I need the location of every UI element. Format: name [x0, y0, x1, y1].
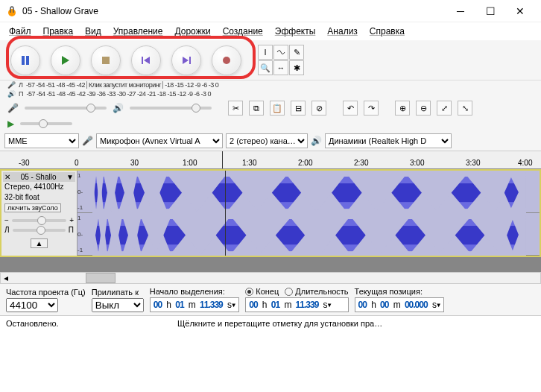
track-format-2: 32-bit float	[3, 192, 75, 203]
play-speed-icon[interactable]: ▶	[7, 118, 14, 129]
menu-help[interactable]: Справка	[365, 24, 409, 39]
snap-to-select[interactable]: Выкл	[92, 298, 144, 312]
svg-rect-2	[26, 56, 29, 65]
svg-rect-4	[102, 57, 110, 64]
scroll-left-icon[interactable]: ◂	[1, 273, 11, 283]
playhead[interactable]	[222, 151, 223, 168]
redo-icon[interactable]: ↷	[364, 101, 379, 116]
skip-end-button[interactable]	[171, 45, 201, 75]
meter-r-label: П	[19, 90, 23, 98]
recording-volume-slider[interactable]	[25, 107, 107, 110]
cut-icon[interactable]: ✂	[228, 101, 243, 116]
waveform-right	[92, 215, 526, 256]
play-button[interactable]	[51, 45, 80, 75]
stop-button[interactable]	[91, 45, 121, 75]
svg-rect-5	[142, 57, 143, 64]
copy-icon[interactable]: ⧉	[249, 101, 264, 116]
meter-l-label: Л	[19, 81, 23, 89]
track-expand-icon[interactable]: ▲	[31, 238, 48, 248]
horizontal-scrollbar[interactable]: ◂	[0, 272, 541, 284]
speaker-icon: 🔊	[113, 103, 124, 113]
draw-tool-icon[interactable]: ✎	[289, 45, 304, 60]
window-title: 05 - Shallow Grave	[22, 6, 446, 16]
mic-device-icon: 🎤	[82, 136, 93, 146]
svg-point-9	[223, 57, 230, 64]
zoom-in-icon[interactable]: ⊕	[395, 101, 410, 116]
pause-button[interactable]	[10, 45, 40, 75]
timeshift-tool-icon[interactable]: ↔	[273, 60, 288, 75]
edit-tools: I ✎ 🔍 ↔ ✱	[258, 45, 304, 75]
play-speed-toolbar: ▶	[0, 118, 541, 131]
menu-effects[interactable]: Эффекты	[270, 24, 320, 39]
playback-device-select[interactable]: Динамики (Realtek High D	[325, 133, 452, 148]
svg-marker-7	[183, 57, 189, 64]
paste-icon[interactable]: 📋	[270, 101, 285, 116]
menu-view[interactable]: Вид	[80, 24, 106, 39]
track-name[interactable]: 05 - Shallo	[21, 173, 57, 181]
track-collapse-icon[interactable]: ✕	[4, 173, 10, 181]
titlebar: 05 - Shallow Grave ─ ☐ ✕	[0, 0, 541, 22]
current-position-label: Текущая позиция:	[355, 287, 445, 296]
fit-project-icon[interactable]: ⤡	[458, 101, 472, 116]
maximize-button[interactable]: ☐	[475, 1, 505, 22]
play-speed-slider[interactable]	[20, 122, 72, 125]
menu-file[interactable]: Файл	[4, 24, 36, 39]
trim-icon[interactable]: ⊟	[291, 101, 306, 116]
svg-marker-6	[144, 57, 150, 64]
selection-end-time[interactable]: 00 h 01 m 11.339 s▾	[245, 297, 348, 312]
track-area: ✕ 05 - Shallo ▼ Стерео, 44100Hz 32-bit f…	[0, 169, 541, 257]
zoom-out-icon[interactable]: ⊖	[416, 101, 431, 116]
scrollbar-thumb[interactable]	[86, 273, 116, 283]
track-control-panel: ✕ 05 - Shallo ▼ Стерео, 44100Hz 32-bit f…	[1, 171, 77, 256]
zoom-tool-icon[interactable]: 🔍	[258, 60, 273, 75]
status-bar: Остановлено. Щёлкните и перетащите отмет…	[0, 315, 541, 331]
recording-channels-select[interactable]: 2 (стерео) кана…	[226, 133, 308, 148]
menu-tracks[interactable]: Дорожки	[171, 24, 215, 39]
minimize-button[interactable]: ─	[446, 1, 475, 22]
transport-toolbar: I ✎ 🔍 ↔ ✱	[0, 40, 541, 80]
svg-rect-1	[22, 56, 25, 65]
undo-icon[interactable]: ↶	[343, 101, 358, 116]
project-rate-select[interactable]: 44100	[6, 298, 58, 312]
selection-toolbar: Частота проекта (Гц) 44100 Прилипать к В…	[0, 284, 541, 315]
selection-end-radio[interactable]: Конец	[245, 287, 279, 296]
menu-create[interactable]: Создание	[218, 24, 268, 39]
selection-start-time[interactable]: 00 h 01 m 11.339 s▾	[150, 297, 240, 312]
svg-rect-8	[189, 57, 191, 64]
snap-to-label: Прилипать к	[92, 288, 144, 297]
recording-device-select[interactable]: Микрофон (Avnex Virtual A	[96, 133, 223, 148]
close-button[interactable]: ✕	[505, 1, 535, 22]
svg-marker-3	[62, 56, 69, 65]
waveform-display[interactable]: 10--1 10--1	[77, 171, 540, 256]
cursor-line	[225, 171, 226, 256]
audio-host-select[interactable]: MME	[4, 133, 79, 148]
recording-meter[interactable]: 🎤 Л -57 -54 -51 -48 -45 -42 Клик запусти…	[0, 80, 541, 89]
record-button[interactable]	[212, 45, 241, 75]
track-format-1: Стерео, 44100Hz	[3, 182, 75, 192]
menu-manage[interactable]: Управление	[109, 24, 168, 39]
selection-length-radio[interactable]: Длительность	[285, 287, 348, 296]
device-toolbar: MME 🎤 Микрофон (Avnex Virtual A 2 (стере…	[0, 131, 541, 151]
track-menu-icon[interactable]: ▼	[66, 173, 74, 181]
menubar: Файл Правка Вид Управление Дорожки Созда…	[0, 22, 541, 40]
mute-solo-buttons[interactable]: лючить звуСоло	[4, 203, 61, 212]
current-position-time[interactable]: 00 h 00 m 00.000 s▾	[355, 297, 445, 312]
svg-point-0	[8, 9, 16, 16]
playback-volume-slider[interactable]	[130, 107, 212, 110]
mic-meter-icon: 🎤	[7, 81, 16, 89]
timeline-ruler[interactable]: -30 0 30 1:00 1:30 2:00 2:30 3:00 3:30 4…	[0, 151, 541, 169]
skip-start-button[interactable]	[131, 45, 161, 75]
menu-edit[interactable]: Правка	[39, 24, 78, 39]
playback-meter[interactable]: 🔊 П -57 -54 -51 -48 -45 -42 -39 -36 -33 …	[0, 89, 541, 98]
envelope-tool-icon[interactable]	[273, 45, 288, 60]
menu-analyze[interactable]: Анализ	[323, 24, 362, 39]
multi-tool-icon[interactable]: ✱	[289, 60, 304, 75]
track-pan-slider[interactable]	[13, 229, 66, 232]
status-hint: Щёлкните и перетащите отметку для устано…	[177, 319, 382, 328]
silence-icon[interactable]: ⊘	[311, 101, 326, 116]
fit-selection-icon[interactable]: ⤢	[437, 101, 452, 116]
mixer-toolbar: 🎤 🔊 ✂ ⧉ 📋 ⊟ ⊘ ↶ ↷ ⊕ ⊖ ⤢ ⤡	[0, 98, 541, 118]
speaker-meter-icon: 🔊	[7, 90, 16, 98]
track-gain-slider[interactable]	[12, 219, 66, 222]
selection-tool-icon[interactable]: I	[258, 45, 273, 60]
